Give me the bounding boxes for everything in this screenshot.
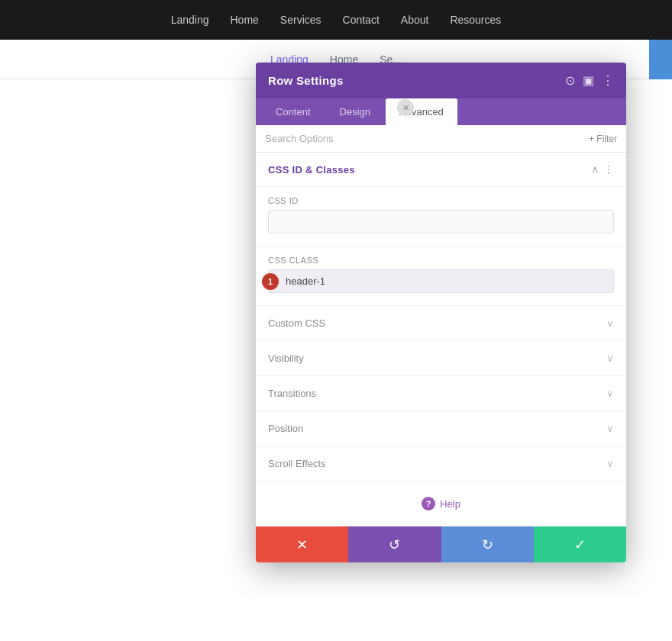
custom-css-label: Custom CSS bbox=[268, 317, 325, 329]
visibility-label: Visibility bbox=[268, 353, 304, 364]
search-input[interactable] bbox=[265, 133, 589, 144]
help-label: Help bbox=[440, 498, 460, 510]
section-more-icon[interactable]: ⋮ bbox=[603, 163, 614, 176]
css-id-label: CSS ID bbox=[268, 196, 614, 205]
scroll-effects-label: Scroll Effects bbox=[268, 458, 326, 469]
redo-button[interactable]: ↻ bbox=[441, 527, 534, 562]
top-nav: Landing Home Services Contact About Reso… bbox=[0, 0, 672, 40]
collapse-icon[interactable]: ∧ bbox=[591, 163, 599, 176]
css-id-group: CSS ID bbox=[256, 187, 626, 246]
help-row[interactable]: ? Help bbox=[256, 482, 626, 526]
nav-services[interactable]: Services bbox=[280, 14, 321, 26]
settings-icon[interactable]: ⊙ bbox=[565, 73, 575, 88]
tab-content[interactable]: Content bbox=[262, 98, 325, 125]
css-section-title: CSS ID & Classes bbox=[268, 164, 355, 176]
css-id-input[interactable] bbox=[268, 210, 614, 234]
modal-close-button[interactable]: ✕ bbox=[397, 99, 414, 116]
custom-css-row[interactable]: Custom CSS ∨ bbox=[256, 306, 626, 341]
css-class-group: CSS Class 1 bbox=[256, 246, 626, 306]
panel-footer: ✕ ↺ ↻ ✓ bbox=[256, 526, 626, 562]
css-class-badge: 1 bbox=[262, 273, 279, 290]
layout-icon[interactable]: ▣ bbox=[583, 73, 594, 88]
cancel-button[interactable]: ✕ bbox=[256, 527, 348, 562]
css-class-input[interactable] bbox=[268, 269, 614, 293]
nav-home[interactable]: Home bbox=[231, 14, 259, 26]
panel-header: Row Settings ⊙ ▣ ⋮ bbox=[256, 63, 626, 98]
tab-advanced[interactable]: Advanced bbox=[386, 98, 457, 125]
page-background: Landing Home Se... Row Settings ⊙ ▣ ⋮ Co… bbox=[0, 40, 672, 641]
settings-panel: Row Settings ⊙ ▣ ⋮ Content Design Advanc… bbox=[256, 63, 626, 562]
panel-tabs: Content Design Advanced bbox=[256, 98, 626, 125]
css-section-header: CSS ID & Classes ∧ ⋮ bbox=[256, 153, 626, 187]
nav-resources[interactable]: Resources bbox=[450, 14, 501, 26]
nav-landing[interactable]: Landing bbox=[171, 14, 209, 26]
visibility-row[interactable]: Visibility ∨ bbox=[256, 341, 626, 376]
panel-title: Row Settings bbox=[268, 74, 344, 87]
visibility-chevron: ∨ bbox=[606, 353, 614, 364]
scroll-effects-row[interactable]: Scroll Effects ∨ bbox=[256, 446, 626, 482]
search-bar: + Filter bbox=[256, 125, 626, 153]
undo-button[interactable]: ↺ bbox=[348, 527, 441, 562]
position-label: Position bbox=[268, 423, 303, 434]
css-class-label: CSS Class bbox=[268, 256, 614, 265]
save-button[interactable]: ✓ bbox=[534, 527, 626, 562]
transitions-chevron: ∨ bbox=[606, 388, 614, 399]
help-icon: ? bbox=[422, 497, 435, 511]
transitions-row[interactable]: Transitions ∨ bbox=[256, 376, 626, 411]
custom-css-chevron: ∨ bbox=[606, 317, 614, 329]
panel-body: CSS ID & Classes ∧ ⋮ CSS ID CSS Class 1 bbox=[256, 153, 626, 526]
tab-design[interactable]: Design bbox=[326, 98, 384, 125]
more-icon[interactable]: ⋮ bbox=[602, 73, 614, 88]
filter-button[interactable]: + Filter bbox=[589, 134, 617, 144]
scroll-effects-chevron: ∨ bbox=[606, 458, 614, 469]
section-header-icons: ∧ ⋮ bbox=[591, 163, 614, 176]
panel-header-icons: ⊙ ▣ ⋮ bbox=[565, 73, 614, 88]
nav-contact[interactable]: Contact bbox=[343, 14, 380, 26]
position-row[interactable]: Position ∨ bbox=[256, 411, 626, 446]
css-class-wrapper: 1 bbox=[268, 269, 614, 293]
position-chevron: ∨ bbox=[606, 423, 614, 434]
transitions-label: Transitions bbox=[268, 388, 316, 399]
nav-about[interactable]: About bbox=[401, 14, 429, 26]
blue-strip bbox=[649, 40, 672, 79]
